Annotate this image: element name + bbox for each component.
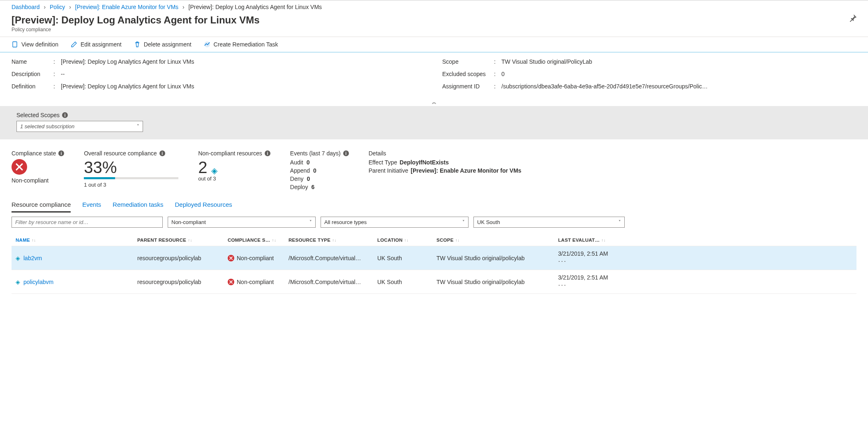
prop-def-value: [Preview]: Deploy Log Analytics Agent fo… xyxy=(61,83,194,90)
info-icon[interactable]: i xyxy=(265,150,270,156)
prop-desc-label: Description xyxy=(12,71,53,77)
scope-dropdown-value: 1 selected subscription xyxy=(20,123,74,129)
tab-deployed-resources[interactable]: Deployed Resources xyxy=(175,199,232,213)
noncompliant-resources-label: Non-compliant resources xyxy=(198,150,262,157)
filter-bar: Non-compliant˅ All resource types˅ UK So… xyxy=(0,213,868,232)
properties-section: Name:[Preview]: Deploy Log Analytics Age… xyxy=(0,53,868,98)
deny-value: 0 xyxy=(307,176,310,182)
edit-assignment-button[interactable]: Edit assignment xyxy=(71,41,122,48)
resource-grid: NAME↑↓ PARENT RESOURCE↑↓ COMPLIANCE S…↑↓… xyxy=(0,232,868,296)
overall-compliance-block: Overall resource compliancei 33% 1 out o… xyxy=(84,150,178,192)
compliance-badge: Non-compliant xyxy=(228,279,274,285)
col-scope[interactable]: SCOPE↑↓ xyxy=(436,238,558,243)
filter-type-dropdown[interactable]: All resource types˅ xyxy=(321,217,469,228)
prop-excl-value[interactable]: 0 xyxy=(501,71,505,77)
deny-label: Deny xyxy=(290,176,304,182)
pin-icon[interactable] xyxy=(849,14,856,24)
filter-name-input[interactable] xyxy=(12,217,163,228)
overall-compliance-sub: 1 out of 3 xyxy=(84,182,178,188)
create-remediation-label: Create Remediation Task xyxy=(214,41,278,48)
effect-type-value: DeployIfNotExists xyxy=(399,159,449,166)
chevron-down-icon: ˅ xyxy=(462,220,465,225)
details-block: Details Effect TypeDeployIfNotExists Par… xyxy=(369,150,522,192)
prop-scope-value: TW Visual Studio original/PolicyLab xyxy=(501,58,592,65)
sort-icon: ↑↓ xyxy=(601,238,606,243)
chevron-down-icon: ˅ xyxy=(309,220,312,225)
tab-resource-compliance[interactable]: Resource compliance xyxy=(12,199,71,213)
resource-icon: ◈ xyxy=(16,255,20,261)
resource-link[interactable]: policylabvm xyxy=(23,279,53,285)
compliance-state-label: Compliance state xyxy=(12,150,56,157)
stats-section: Compliance statei Non-compliant Overall … xyxy=(0,139,868,195)
noncompliant-icon xyxy=(228,279,234,285)
page-title: [Preview]: Deploy Log Analytics Agent fo… xyxy=(12,14,260,26)
prop-excl-label: Excluded scopes xyxy=(442,71,494,77)
filter-compliance-dropdown[interactable]: Non-compliant˅ xyxy=(168,217,316,228)
delete-assignment-button[interactable]: Delete assignment xyxy=(134,41,192,48)
parent-initiative-value: [Preview]: Enable Azure Monitor for VMs xyxy=(411,167,521,174)
prop-def-label: Definition xyxy=(12,83,53,90)
resource-link[interactable]: lab2vm xyxy=(23,255,42,261)
page-subtitle: Policy compliance xyxy=(12,27,260,32)
events-label: Events (last 7 days) xyxy=(290,150,341,157)
sort-icon: ↑↓ xyxy=(404,238,409,243)
breadcrumb-link-initiative[interactable]: [Preview]: Enable Azure Monitor for VMs xyxy=(75,4,178,10)
append-value: 0 xyxy=(313,167,316,174)
cell-location: UK South xyxy=(377,255,436,261)
create-remediation-button[interactable]: Create Remediation Task xyxy=(204,41,278,48)
table-row[interactable]: ◈policylabvmresourcegroups/policylabNon-… xyxy=(12,270,856,294)
col-location[interactable]: LOCATION↑↓ xyxy=(377,238,436,243)
noncompliant-resources-block: Non-compliant resourcesi 2 ◈ out of 3 xyxy=(198,150,270,192)
sort-icon: ↑↓ xyxy=(272,238,277,243)
audit-value: 0 xyxy=(307,159,310,166)
compliance-badge: Non-compliant xyxy=(228,255,274,261)
chevron-right-icon: › xyxy=(182,4,185,10)
table-row[interactable]: ◈lab2vmresourcegroups/policylabNon-compl… xyxy=(12,246,856,270)
sort-icon: ↑↓ xyxy=(188,238,192,243)
tab-bar: Resource compliance Events Remediation t… xyxy=(0,195,868,213)
events-block: Events (last 7 days)i Audit 0 Append 0 D… xyxy=(290,150,349,192)
chevron-right-icon: › xyxy=(69,4,71,10)
info-icon[interactable]: i xyxy=(343,150,349,156)
chevron-right-icon: › xyxy=(44,4,46,10)
noncompliant-icon xyxy=(228,255,234,261)
col-name[interactable]: NAME↑↓ xyxy=(16,238,137,243)
view-definition-label: View definition xyxy=(21,41,58,48)
filter-location-dropdown[interactable]: UK South˅ xyxy=(473,217,625,228)
col-compliance[interactable]: COMPLIANCE S…↑↓ xyxy=(228,238,289,243)
cell-eval: 3/21/2019, 2:51 AM ··· xyxy=(558,274,852,289)
col-type[interactable]: RESOURCE TYPE↑↓ xyxy=(289,238,377,243)
grid-header: NAME↑↓ PARENT RESOURCE↑↓ COMPLIANCE S…↑↓… xyxy=(12,234,856,246)
delete-assignment-label: Delete assignment xyxy=(144,41,192,48)
collapse-toggle[interactable]: ︽ xyxy=(0,98,868,106)
cell-parent: resourcegroups/policylab xyxy=(137,255,228,261)
breadcrumb-link-policy[interactable]: Policy xyxy=(50,4,65,10)
chevron-up-icon: ︽ xyxy=(432,99,436,105)
compliance-bar xyxy=(84,177,178,179)
effect-type-label: Effect Type xyxy=(369,159,397,166)
view-definition-button[interactable]: View definition xyxy=(12,41,58,48)
cube-icon: ◈ xyxy=(211,166,217,176)
append-label: Append xyxy=(290,167,310,174)
col-last-eval[interactable]: LAST EVALUAT…↑↓ xyxy=(558,238,852,243)
breadcrumb-link-dashboard[interactable]: Dashboard xyxy=(12,4,40,10)
breadcrumb-current: [Preview]: Deploy Log Analytics Agent fo… xyxy=(189,4,322,10)
tab-remediation-tasks[interactable]: Remediation tasks xyxy=(113,199,163,213)
cell-eval: 3/21/2019, 2:51 AM ··· xyxy=(558,250,852,266)
col-parent[interactable]: PARENT RESOURCE↑↓ xyxy=(137,238,228,243)
selected-scopes-section: Selected Scopes i 1 selected subscriptio… xyxy=(0,106,868,139)
cell-location: UK South xyxy=(377,279,436,285)
title-bar: [Preview]: Deploy Log Analytics Agent fo… xyxy=(0,12,868,37)
svg-rect-0 xyxy=(13,42,17,47)
cell-scope: TW Visual Studio original/policylab xyxy=(436,279,558,285)
info-icon[interactable]: i xyxy=(159,150,165,156)
noncompliant-count: 2 xyxy=(198,159,207,176)
compliance-state-block: Compliance statei Non-compliant xyxy=(12,150,64,192)
deploy-value: 6 xyxy=(311,184,314,190)
row-actions-icon[interactable]: ··· xyxy=(558,257,852,266)
row-actions-icon[interactable]: ··· xyxy=(558,281,852,289)
info-icon[interactable]: i xyxy=(62,112,68,118)
info-icon[interactable]: i xyxy=(58,150,64,156)
scope-dropdown[interactable]: 1 selected subscription ˅ xyxy=(16,121,143,132)
tab-events[interactable]: Events xyxy=(82,199,101,213)
